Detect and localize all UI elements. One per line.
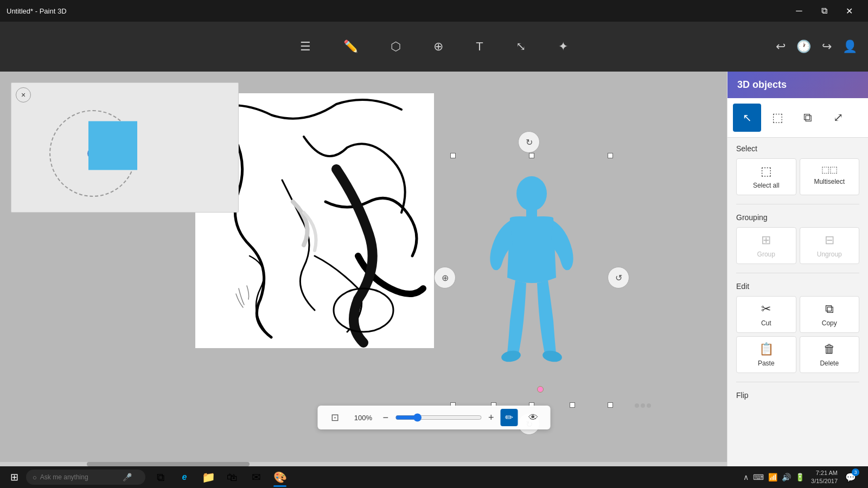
handle-ml-rotate[interactable]: ⊕ (434, 267, 456, 288)
handle-tr[interactable] (608, 153, 613, 158)
brush-icon: ✏️ (343, 40, 358, 54)
grouping-section-title: Grouping (736, 213, 859, 222)
zoom-out-button[interactable]: − (382, 412, 388, 423)
zoom-in-button[interactable]: + (488, 412, 494, 423)
svg-rect-2 (526, 208, 537, 218)
task-view-button[interactable]: ⧉ (149, 466, 173, 488)
selection-box-icon: ⬚ (772, 111, 783, 125)
divider-2 (736, 273, 859, 273)
microphone-icon[interactable]: 🎤 (123, 473, 132, 481)
sticker-icon: ⊕ (433, 40, 443, 54)
canvas-button[interactable]: ⤡ (510, 36, 531, 57)
panel-tools: ↖ ⬚ ⧉ ⤢ (727, 98, 868, 138)
zoom-level: 100% (350, 414, 376, 422)
edit-section-title: Edit (736, 282, 859, 291)
titlebar: Untitled* - Paint 3D ─ ⧉ ✕ (0, 0, 868, 22)
close-button[interactable]: ✕ (837, 0, 861, 22)
edit-section: Edit ✂ Cut ⧉ Copy 📋 Paste 🗑 Delete (727, 275, 868, 380)
delete-label: Delete (820, 359, 839, 367)
explorer-icon: 📁 (202, 471, 215, 484)
redo-button[interactable]: ↪ (822, 40, 832, 54)
cut-icon: ✂ (761, 302, 771, 316)
fit-view-button[interactable]: ⊡ (326, 409, 343, 426)
paint3d-icon: 🎨 (273, 471, 287, 484)
brushes-button[interactable]: ✏️ (338, 36, 363, 57)
account-button[interactable]: 👤 (843, 40, 857, 54)
panel-header: 3D objects (727, 72, 868, 98)
taskbar-search-input[interactable] (40, 473, 116, 481)
menu-button[interactable]: ☰ (295, 36, 316, 57)
text-button[interactable]: T (470, 36, 488, 57)
zoom-slider[interactable] (395, 413, 482, 422)
effects-button[interactable]: ✦ (553, 36, 573, 57)
taskbar-search[interactable]: ○ 🎤 (26, 470, 145, 485)
paste-icon: 📋 (759, 342, 774, 356)
ungroup-button[interactable]: ⊟ Ungroup (800, 227, 860, 264)
multisel-tool-button[interactable]: ⬚ (763, 104, 792, 132)
mini-preview-content (44, 105, 152, 191)
blue-square-preview (88, 121, 137, 170)
mini-preview-close-button[interactable]: × (16, 87, 31, 102)
maximize-button[interactable]: ⧉ (812, 0, 837, 22)
pencil-mode-button[interactable]: ✏ (501, 409, 518, 426)
wifi-icon[interactable]: 📶 (768, 473, 777, 481)
handle-bmr[interactable] (570, 402, 575, 408)
mail-icon: ✉ (252, 471, 261, 484)
handle-br[interactable] (608, 402, 613, 408)
undo-button[interactable]: ↩ (776, 40, 786, 54)
grouping-section: Grouping ⊞ Group ⊟ Ungroup (727, 207, 868, 271)
explorer-button[interactable]: 📁 (196, 466, 220, 488)
history-button[interactable]: 🕐 (796, 40, 811, 54)
volume-icon[interactable]: 🔊 (782, 473, 791, 481)
cube-icon: ⬡ (391, 40, 401, 54)
cut-button[interactable]: ✂ Cut (736, 296, 796, 333)
handle-tm[interactable] (529, 153, 534, 158)
taskbar-right: ∧ ⌨ 📶 🔊 🔋 7:21 AM 3/15/2017 💬 3 (739, 466, 866, 488)
start-button[interactable]: ⊞ (2, 466, 26, 488)
delete-icon: 🗑 (824, 342, 835, 356)
select-all-label: Select all (753, 182, 780, 189)
handle-tl[interactable] (450, 153, 456, 158)
group-button[interactable]: ⊞ Group (736, 227, 796, 264)
edge-icon: e (182, 472, 187, 482)
edge-button[interactable]: e (173, 466, 196, 488)
horizontal-scrollbar[interactable] (0, 462, 727, 466)
multiselect-label: Multiselect (814, 178, 845, 185)
eye-view-button[interactable]: 👁 (525, 409, 542, 426)
crop-tool-button[interactable]: ⤢ (824, 104, 852, 132)
notification-button[interactable]: 💬 3 (840, 466, 861, 488)
copy-label: Copy (822, 319, 837, 327)
toolbar-right: ↩ 🕐 ↪ 👤 (776, 40, 857, 54)
copy-icon: ⧉ (825, 302, 834, 316)
stickers-button[interactable]: ⊕ (428, 36, 449, 57)
keyboard-icon[interactable]: ⌨ (753, 473, 764, 481)
canvas-icon: ⤡ (516, 40, 526, 54)
paint3d-button[interactable]: 🎨 (268, 466, 292, 488)
copy3d-tool-button[interactable]: ⧉ (794, 104, 822, 132)
copy-button[interactable]: ⧉ Copy (800, 296, 860, 333)
flip-section: Flip (727, 384, 868, 412)
mail-button[interactable]: ✉ (244, 466, 268, 488)
depth-handle[interactable] (537, 386, 544, 393)
group-label: Group (757, 251, 775, 258)
divider-1 (736, 204, 859, 204)
taskbar-clock: 7:21 AM 3/15/2017 (811, 469, 838, 486)
paste-label: Paste (758, 359, 775, 367)
notification-badge: 3 (852, 468, 859, 476)
multiselect-button[interactable]: ⬚⬚ Multiselect (800, 158, 860, 195)
right-panel: 3D objects ↖ ⬚ ⧉ ⤢ Select ⬚ Select all ⬚… (727, 72, 868, 466)
clock-time: 7:21 AM (811, 469, 838, 477)
edit-buttons: ✂ Cut ⧉ Copy 📋 Paste 🗑 Delete (736, 296, 859, 373)
minimize-button[interactable]: ─ (787, 0, 812, 22)
divider-3 (736, 382, 859, 382)
select-tool-button[interactable]: ↖ (733, 104, 761, 132)
select-all-button[interactable]: ⬚ Select all (736, 158, 796, 195)
expand-tray-icon[interactable]: ∧ (743, 473, 749, 481)
rotation-handle-top[interactable]: ↻ (518, 131, 540, 153)
3d-shapes-button[interactable]: ⬡ (385, 36, 406, 57)
handle-mr-rotate[interactable]: ↺ (608, 267, 629, 288)
battery-icon: 🔋 (795, 473, 805, 481)
paste-button[interactable]: 📋 Paste (736, 336, 796, 373)
store-button[interactable]: 🛍 (220, 466, 244, 488)
delete-button[interactable]: 🗑 Delete (800, 336, 860, 373)
